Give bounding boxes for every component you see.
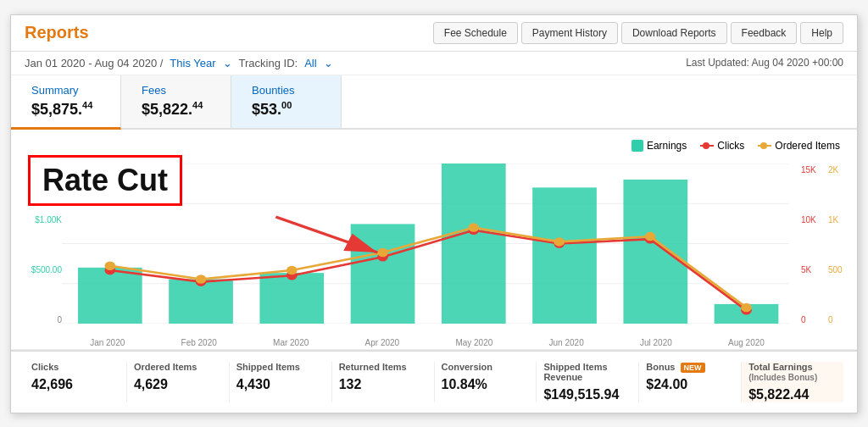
stat-total-earnings-sub: (Includes Bonus) xyxy=(748,373,817,382)
stats-table: Clicks 42,696 Ordered Items 4,629 Shippe… xyxy=(11,350,857,413)
legend-earnings: Earnings xyxy=(632,140,687,152)
stat-shipped-items: Shipped Items 4,430 xyxy=(230,362,332,402)
last-updated: Last Updated: Aug 04 2020 +00:00 xyxy=(686,57,843,69)
rate-cut-annotation: Rate Cut xyxy=(28,155,182,206)
nav-download-reports[interactable]: Download Reports xyxy=(621,22,727,44)
period-link[interactable]: This Year xyxy=(170,57,215,69)
legend-earnings-label: Earnings xyxy=(647,140,687,152)
date-filter: Jan 01 2020 - Aug 04 2020 / This Year ⌄ … xyxy=(25,57,333,69)
y-label-10k: 10K xyxy=(801,215,826,225)
bar-jan xyxy=(78,267,142,323)
stat-conversion-value: 10.84% xyxy=(442,377,530,392)
nav-help[interactable]: Help xyxy=(800,22,843,44)
tracking-dropdown-icon[interactable]: ⌄ xyxy=(324,57,333,69)
stat-conversion-header: Conversion xyxy=(442,362,530,372)
y-label-0o: 0 xyxy=(828,315,854,324)
chart-area: Earnings Clicks Ordered Items xyxy=(11,130,857,350)
stat-ordered-items-value: 4,629 xyxy=(134,377,222,392)
x-label-apr: Apr 2020 xyxy=(365,338,400,347)
y-label-1000: $1.00K xyxy=(18,215,62,225)
legend-ordered-items: Ordered Items xyxy=(758,140,840,152)
ordered-dot-jul xyxy=(645,231,656,241)
y-label-1k: 1K xyxy=(828,215,854,225)
stat-total-earnings-value: $5,822.44 xyxy=(748,387,837,402)
tab-bounties-value: $53.00 xyxy=(252,100,320,119)
tab-summary[interactable]: Summary $5,875.44 xyxy=(11,75,121,130)
stat-bonus: Bonus NEW $24.00 xyxy=(639,362,742,402)
chart-legend: Earnings Clicks Ordered Items xyxy=(632,140,840,152)
x-label-mar: Mar 2020 xyxy=(273,338,309,347)
stat-bonus-header: Bonus NEW xyxy=(646,362,734,372)
stat-clicks-header: Clicks xyxy=(31,362,120,372)
x-label-feb: Feb 2020 xyxy=(181,338,217,347)
ordered-dot-aug xyxy=(741,302,752,312)
stat-returned-items: Returned Items 132 xyxy=(332,362,435,402)
stat-clicks-value: 42,696 xyxy=(31,377,120,392)
y-label-0k: 0 xyxy=(801,315,826,324)
x-axis-labels: Jan 2020 Feb 2020 Mar 2020 Apr 2020 May … xyxy=(62,338,793,347)
tab-summary-value: $5,875.44 xyxy=(31,100,100,119)
stat-total-earnings-header: Total Earnings(Includes Bonus) xyxy=(748,362,837,382)
stat-shipped-revenue-value: $149,515.94 xyxy=(543,387,632,402)
header-nav: Fee SchedulePayment HistoryDownload Repo… xyxy=(433,22,843,44)
stat-bonus-value: $24.00 xyxy=(646,377,734,392)
stat-returned-items-header: Returned Items xyxy=(339,362,427,372)
x-label-jun: Jun 2020 xyxy=(549,338,584,347)
y-axis-right-ordered: 2K 1K 500 0 xyxy=(828,165,854,325)
ordered-dot-mar xyxy=(287,265,298,274)
bar-jun xyxy=(532,187,597,324)
stat-clicks: Clicks 42,696 xyxy=(25,362,127,402)
ordered-dot-jan xyxy=(104,261,115,270)
stat-ordered-items: Ordered Items 4,629 xyxy=(127,362,230,402)
x-label-jan: Jan 2020 xyxy=(90,338,125,347)
period-dropdown-icon[interactable]: ⌄ xyxy=(223,57,232,69)
tracking-value[interactable]: All xyxy=(304,57,316,69)
y-label-15k: 15K xyxy=(801,165,826,175)
nav-payment-history[interactable]: Payment History xyxy=(521,22,618,44)
stat-conversion: Conversion 10.84% xyxy=(435,362,537,402)
tab-summary-label: Summary xyxy=(31,84,100,97)
y-label-2k: 2K xyxy=(828,165,854,175)
stat-shipped-items-header: Shipped Items xyxy=(236,362,325,372)
ordered-dot-may xyxy=(468,223,479,232)
y-label-500o: 500 xyxy=(828,265,854,274)
x-label-jul: Jul 2020 xyxy=(640,338,672,347)
legend-clicks-label: Clicks xyxy=(717,140,744,152)
y-label-500: $500.00 xyxy=(18,265,62,274)
reports-container: Reports Fee SchedulePayment HistoryDownl… xyxy=(10,14,858,413)
stat-shipped-items-value: 4,430 xyxy=(236,377,325,392)
ordered-dot-jun xyxy=(554,237,565,247)
tab-fees[interactable]: Fees $5,822.44 xyxy=(121,75,231,128)
tab-bounties[interactable]: Bounties $53.00 xyxy=(231,75,342,128)
date-range-text: Jan 01 2020 - Aug 04 2020 / xyxy=(25,57,163,69)
bar-mar xyxy=(259,273,324,324)
tab-bounties-label: Bounties xyxy=(252,84,320,97)
legend-ordered-items-label: Ordered Items xyxy=(775,140,840,152)
new-badge: NEW xyxy=(681,363,705,373)
stat-total-earnings: Total Earnings(Includes Bonus) $5,822.44 xyxy=(742,362,843,402)
summary-tabs: Summary $5,875.44 Fees $5,822.44 Bountie… xyxy=(11,75,857,130)
sub-header: Jan 01 2020 - Aug 04 2020 / This Year ⌄ … xyxy=(11,52,857,75)
header: Reports Fee SchedulePayment HistoryDownl… xyxy=(11,15,857,52)
bar-may xyxy=(442,164,506,324)
legend-clicks: Clicks xyxy=(700,140,744,152)
stat-ordered-items-header: Ordered Items xyxy=(134,362,222,372)
y-label-0: 0 xyxy=(18,315,62,324)
stat-shipped-revenue: Shipped Items Revenue $149,515.94 xyxy=(537,362,639,402)
bar-apr xyxy=(351,224,415,324)
page-title: Reports xyxy=(25,23,89,42)
nav-feedback[interactable]: Feedback xyxy=(731,22,798,44)
x-label-aug: Aug 2020 xyxy=(728,338,765,347)
tab-fees-value: $5,822.44 xyxy=(142,100,210,119)
bar-jul xyxy=(623,179,687,323)
nav-fee-schedule[interactable]: Fee Schedule xyxy=(433,22,518,44)
earnings-icon xyxy=(632,140,643,152)
y-label-5k: 5K xyxy=(801,265,826,274)
stat-shipped-revenue-header: Shipped Items Revenue xyxy=(543,362,632,382)
tab-fees-label: Fees xyxy=(142,84,210,97)
tracking-label: Tracking ID: xyxy=(239,57,298,69)
y-axis-right-clicks: 15K 10K 5K 0 xyxy=(801,165,826,325)
ordered-dot-apr xyxy=(377,247,388,257)
ordered-dot-feb xyxy=(196,274,207,284)
stat-returned-items-value: 132 xyxy=(339,377,427,392)
